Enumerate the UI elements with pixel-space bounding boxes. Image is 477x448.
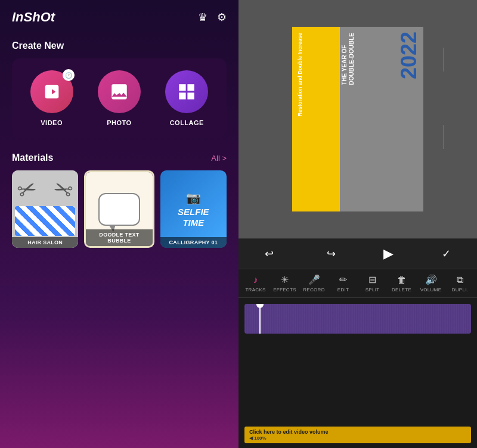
selfie-text-line2: TIME bbox=[182, 218, 204, 228]
timeline[interactable]: 2011.2 Click here to edit video volume ◀… bbox=[238, 298, 477, 448]
header: InShOt ♛ ⚙ bbox=[0, 0, 238, 35]
gear-icon[interactable]: ⚙ bbox=[217, 11, 227, 24]
create-new-card: 🕐 VIDEO PHOTO bbox=[12, 58, 227, 138]
create-collage-label: COLLAGE bbox=[170, 119, 204, 126]
materials-section: Materials All > ✂ ✂ HAIR SALON DOODLE TE… bbox=[0, 144, 238, 448]
scissors-right-icon: ✂ bbox=[49, 174, 76, 205]
material-item-doodle-text-bubble[interactable]: DOODLE TEXT BUBBLE bbox=[84, 170, 154, 248]
undo-button[interactable]: ↩ bbox=[260, 245, 278, 263]
poster-line3: Restoration and Double Increase bbox=[297, 33, 337, 117]
toolbar-delete[interactable]: 🗑 DELETE bbox=[390, 275, 414, 293]
right-panel: 2022 THE YEAR OFDOUBLE-DOUBLE Restoratio… bbox=[238, 0, 477, 448]
redo-button[interactable]: ↪ bbox=[322, 245, 340, 263]
controls-bar: ↩ ↪ ▶ ✓ bbox=[238, 238, 477, 269]
toolbar-record[interactable]: 🎤 RECORD bbox=[302, 274, 326, 293]
guide-line-v-bottom bbox=[444, 125, 444, 149]
material-item-hair-salon[interactable]: ✂ ✂ HAIR SALON bbox=[12, 170, 78, 248]
photo-icon bbox=[109, 82, 129, 102]
doodle-bubble-shape bbox=[98, 193, 140, 226]
create-new-title: Create New bbox=[12, 41, 227, 51]
material-label-hair-salon: HAIR SALON bbox=[12, 237, 78, 248]
selfie-icon: 📷 bbox=[186, 191, 201, 205]
toolbar: ♪ TRACKS ✳ EFFECTS 🎤 RECORD ✏ EDIT ⊟ SPL… bbox=[238, 269, 477, 298]
hair-salon-content: ✂ ✂ bbox=[12, 170, 78, 248]
material-item-calligraphy-01[interactable]: 📷 SELFIE TIME CALLIGRAPHY 01 bbox=[160, 170, 227, 248]
materials-title: Materials bbox=[12, 153, 53, 163]
waveform-visual bbox=[244, 304, 471, 334]
click-edit-text: Click here to edit video volume bbox=[249, 429, 466, 435]
toolbar-volume[interactable]: 🔊 VOLUME bbox=[419, 274, 443, 293]
material-label-doodle-text-bubble: DOODLE TEXT BUBBLE bbox=[86, 229, 152, 246]
record-label: RECORD bbox=[303, 287, 324, 293]
create-video-circle: 🕐 bbox=[30, 70, 73, 113]
guide-line-v-top bbox=[444, 48, 444, 71]
edit-icon: ✏ bbox=[339, 274, 347, 285]
material-label-calligraphy-01: CALLIGRAPHY 01 bbox=[160, 237, 227, 248]
create-collage-item[interactable]: COLLAGE bbox=[165, 70, 208, 126]
video-preview: 2022 THE YEAR OFDOUBLE-DOUBLE Restoratio… bbox=[238, 0, 477, 238]
poster-line1: THE YEAR OFDOUBLE-DOUBLE bbox=[341, 33, 395, 85]
scissors-left-icon: ✂ bbox=[14, 174, 41, 205]
create-photo-item[interactable]: PHOTO bbox=[98, 70, 141, 126]
materials-grid: ✂ ✂ HAIR SALON DOODLE TEXT BUBBLE 📷 SELF… bbox=[12, 170, 227, 248]
poster-year: 2022 bbox=[398, 32, 420, 79]
crown-icon[interactable]: ♛ bbox=[198, 11, 207, 24]
volume-icon: 🔊 bbox=[425, 274, 437, 285]
create-video-label: VIDEO bbox=[41, 119, 63, 126]
create-new-section: Create New 🕐 VIDEO PHOTO bbox=[0, 35, 238, 144]
calligraphy-content: 📷 SELFIE TIME bbox=[160, 170, 227, 248]
toolbar-split[interactable]: ⊟ SPLIT bbox=[361, 274, 385, 293]
create-collage-circle bbox=[165, 70, 208, 113]
preview-canvas: 2022 THE YEAR OFDOUBLE-DOUBLE Restoratio… bbox=[292, 27, 423, 211]
effects-label: EFFECTS bbox=[273, 287, 296, 293]
playhead[interactable] bbox=[259, 304, 261, 334]
toolbar-edit[interactable]: ✏ EDIT bbox=[332, 274, 355, 293]
edit-label: EDIT bbox=[337, 287, 349, 293]
timeline-track[interactable]: 2011.2 bbox=[244, 304, 471, 334]
create-photo-label: PHOTO bbox=[107, 119, 131, 126]
effects-icon: ✳ bbox=[281, 274, 289, 285]
toolbar-duplicate[interactable]: ⧉ DUPLI. bbox=[448, 275, 472, 293]
duplicate-icon: ⧉ bbox=[457, 275, 463, 285]
left-panel: InShOt ♛ ⚙ Create New 🕐 VIDEO bbox=[0, 0, 238, 448]
video-icon bbox=[42, 82, 62, 102]
delete-icon: 🗑 bbox=[397, 275, 407, 285]
toolbar-effects[interactable]: ✳ EFFECTS bbox=[273, 274, 297, 293]
duplicate-label: DUPLI. bbox=[452, 287, 469, 293]
header-icons: ♛ ⚙ bbox=[198, 11, 227, 24]
volume-label: VOLUME bbox=[420, 287, 442, 293]
toolbar-tracks[interactable]: ♪ TRACKS bbox=[244, 275, 268, 293]
hair-stripes bbox=[15, 206, 75, 236]
tracks-label: TRACKS bbox=[245, 287, 265, 293]
check-button[interactable]: ✓ bbox=[437, 245, 456, 263]
split-icon: ⊟ bbox=[368, 274, 376, 285]
record-icon: 🎤 bbox=[308, 274, 320, 285]
create-photo-circle bbox=[98, 70, 141, 113]
materials-all-link[interactable]: All > bbox=[211, 154, 227, 163]
click-edit-banner[interactable]: Click here to edit video volume ◀ 100% bbox=[244, 427, 471, 443]
tracks-icon: ♪ bbox=[253, 275, 258, 285]
collage-icon bbox=[176, 82, 197, 102]
app-logo: InShOt bbox=[12, 10, 55, 25]
click-edit-sub: ◀ 100% bbox=[249, 435, 466, 441]
create-video-item[interactable]: 🕐 VIDEO bbox=[30, 70, 73, 126]
selfie-text-line1: SELFIE bbox=[178, 207, 209, 217]
materials-header: Materials All > bbox=[12, 153, 227, 163]
delete-label: DELETE bbox=[392, 287, 411, 293]
clock-badge: 🕐 bbox=[63, 69, 75, 81]
split-label: SPLIT bbox=[366, 287, 380, 293]
play-button[interactable]: ▶ bbox=[383, 246, 394, 262]
